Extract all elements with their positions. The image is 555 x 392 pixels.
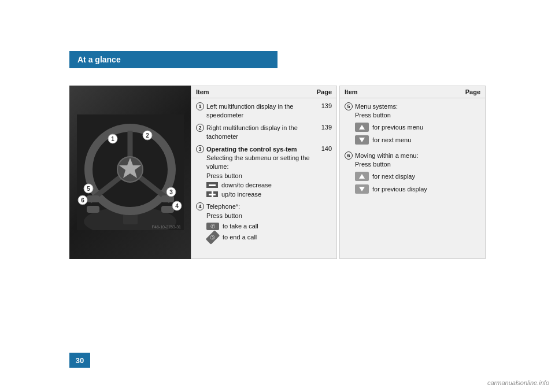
item-6-sub-prev: for previous display bbox=[355, 183, 480, 195]
prev-display-label: for previous display bbox=[372, 186, 427, 193]
plus-label: up/to increase bbox=[221, 191, 261, 198]
page-number-badge: 30 bbox=[69, 353, 90, 368]
nav-prev-display-icon bbox=[355, 184, 369, 194]
table-row: 1 Left multifunction display in the spee… bbox=[196, 101, 332, 122]
item-number-5: 5 bbox=[345, 102, 353, 110]
svg-text:3: 3 bbox=[169, 189, 173, 195]
right-col-item: Item bbox=[345, 88, 460, 95]
item-number-1: 1 bbox=[196, 102, 204, 110]
svg-rect-10 bbox=[87, 206, 99, 213]
svg-text:1: 1 bbox=[111, 136, 114, 142]
watermark-text: carmanualsonline.info bbox=[487, 379, 549, 386]
next-menu-label: for next menu bbox=[372, 136, 411, 143]
item-6-sub-next: for next display bbox=[355, 171, 480, 182]
section-title: At a glance bbox=[77, 55, 121, 64]
item-3-sub-minus: down/to decrease bbox=[206, 180, 332, 190]
item-3-label-bold: Operating the control sys-tem bbox=[206, 146, 297, 153]
svg-text:5: 5 bbox=[87, 186, 90, 192]
item-number-4: 4 bbox=[196, 202, 204, 210]
plus-icon bbox=[206, 191, 218, 197]
item-5-sub-prev: for previous menu bbox=[355, 121, 480, 133]
prev-menu-label: for previous menu bbox=[372, 124, 423, 131]
item-3-sublabel: Selecting the submenu or setting the vol… bbox=[206, 154, 332, 180]
item-1-page: 139 bbox=[311, 102, 332, 109]
item-4-sub-end: ✆ to end a call bbox=[206, 232, 332, 242]
table-row: 6 Moving within a menu:Press button for … bbox=[345, 150, 480, 197]
main-content-area: 1 2 3 4 5 6 P46-10-2753-31 bbox=[69, 86, 486, 259]
nav-next-display-icon bbox=[355, 172, 369, 181]
svg-text:P46-10-2753-31: P46-10-2753-31 bbox=[151, 225, 181, 229]
item-3-page: 140 bbox=[311, 145, 332, 152]
item-4-label: Telephone*:Press button bbox=[206, 202, 309, 220]
page-number: 30 bbox=[76, 356, 84, 365]
phone-end-icon: ✆ bbox=[206, 230, 220, 245]
right-col-page: Page bbox=[460, 88, 480, 95]
next-display-label: for next display bbox=[372, 173, 415, 180]
watermark: carmanualsonline.info bbox=[487, 379, 549, 386]
svg-text:2: 2 bbox=[146, 132, 149, 139]
left-table-header: Item Page bbox=[191, 86, 336, 98]
item-4-sub-take: ✆ to take a call bbox=[206, 221, 332, 231]
left-col-item: Item bbox=[196, 88, 311, 95]
left-info-table: Item Page 1 Left multifunction display i… bbox=[191, 86, 337, 259]
item-number-3: 3 bbox=[196, 145, 204, 153]
table-row: 5 Menu systems:Press button for previous… bbox=[345, 101, 480, 147]
svg-rect-9 bbox=[87, 195, 99, 202]
phone-end-label: to end a call bbox=[223, 234, 257, 241]
item-3-sub-plus: up/to increase bbox=[206, 190, 332, 199]
nav-up-icon bbox=[355, 123, 369, 132]
left-table-body: 1 Left multifunction display in the spee… bbox=[191, 98, 336, 246]
item-1-label: Left multifunction display in the speedo… bbox=[206, 102, 309, 120]
phone-take-icon: ✆ bbox=[206, 223, 219, 230]
nav-down-icon bbox=[355, 135, 369, 145]
item-5-sub-next: for next menu bbox=[355, 134, 480, 146]
item-number-2: 2 bbox=[196, 124, 204, 132]
svg-text:6: 6 bbox=[81, 197, 84, 204]
table-row: 4 Telephone*:Press button ✆ to take a ca… bbox=[196, 201, 332, 244]
steering-wheel-svg: 1 2 3 4 5 6 P46-10-2753-31 bbox=[77, 114, 184, 230]
section-header: At a glance bbox=[69, 51, 278, 68]
item-6-label: Moving within a menu:Press button bbox=[355, 151, 457, 169]
phone-take-label: to take a call bbox=[223, 223, 258, 230]
left-col-page: Page bbox=[311, 88, 332, 95]
table-row: 2 Right multifunction display in the tac… bbox=[196, 122, 332, 143]
item-number-6: 6 bbox=[345, 151, 353, 160]
item-2-label: Right multifunction display in the tacho… bbox=[206, 124, 309, 142]
right-table-body: 5 Menu systems:Press button for previous… bbox=[340, 98, 485, 199]
steering-wheel-image: 1 2 3 4 5 6 P46-10-2753-31 bbox=[69, 86, 191, 259]
item-5-label: Menu systems:Press button bbox=[355, 102, 457, 120]
minus-icon bbox=[206, 182, 218, 188]
svg-text:4: 4 bbox=[175, 203, 179, 209]
item-2-page: 139 bbox=[311, 124, 332, 131]
right-info-table: Item Page 5 Menu systems:Press button bbox=[339, 86, 486, 259]
right-table-header: Item Page bbox=[340, 86, 485, 98]
minus-label: down/to decrease bbox=[221, 182, 272, 188]
table-row: 3 Operating the control sys-tem 140 Sele… bbox=[196, 143, 332, 201]
